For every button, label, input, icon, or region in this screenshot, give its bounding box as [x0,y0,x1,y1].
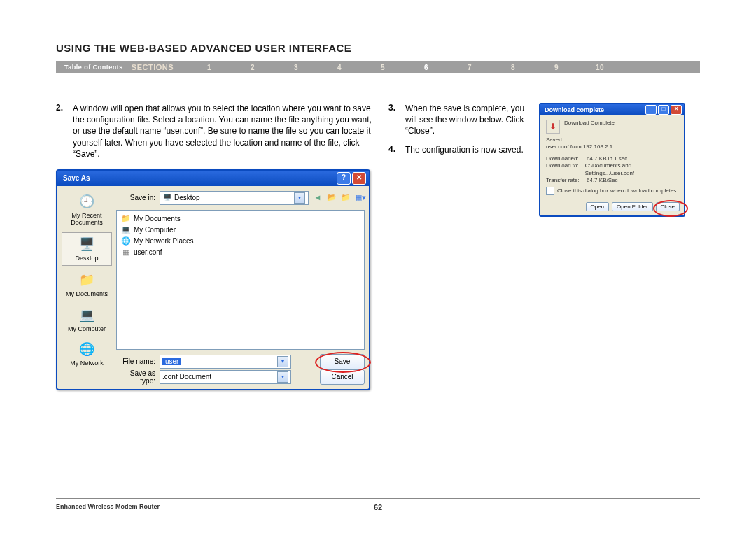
download-to-label: Download to: [546,162,582,177]
list-item[interactable]: 🌐My Network Places [121,236,360,247]
place-mycomputer[interactable]: 💻 My Computer [62,304,112,336]
nav-section-5[interactable]: 5 [361,64,405,71]
file-label: My Documents [134,215,181,222]
dialog-title: Save As [63,174,90,182]
file-label: My Network Places [134,237,194,245]
nav-section-7[interactable]: 7 [448,64,491,71]
nav-bar: Table of Contents SECTIONS 1 2 3 4 5 6 7… [56,61,700,73]
download-to-value: C:\Documents and Settings...\user.conf [585,162,678,177]
save-as-dialog: Save As ? ✕ 🕘 My Recent Documents 🖥️ [56,169,370,390]
chevron-down-icon: ▾ [277,371,288,383]
place-mydocs-label: My Documents [66,291,108,298]
file-label: user.conf [134,248,162,256]
page-heading: USING THE WEB-BASED ADVANCED USER INTERF… [56,42,700,58]
conf-file-icon: ▦ [121,248,131,257]
close-checkbox[interactable] [546,187,554,195]
close-button[interactable]: Close [656,202,680,211]
save-in-label: Save in: [116,194,155,201]
dialog-titlebar: Save As ? ✕ [57,171,369,186]
rate-value: 64.7 KB/Sec [587,177,617,184]
file-label: My Computer [134,226,176,234]
file-name-value: user [162,358,181,365]
open-button[interactable]: Open [586,202,610,211]
network-icon: 🌐 [77,341,97,359]
saved-value: user.conf from 192.168.2.1 [546,143,612,150]
back-icon[interactable]: ◄ [313,193,323,202]
step-3-number: 3. [388,103,405,137]
places-bar: 🕘 My Recent Documents 🖥️ Desktop 📁 My Do… [62,190,112,385]
page-number: 62 [56,503,700,511]
nav-section-10[interactable]: 10 [578,64,622,71]
close-window-button[interactable]: ✕ [671,105,682,115]
mydocs-icon: 📁 [77,271,97,290]
nav-toc[interactable]: Table of Contents [56,64,132,71]
save-button[interactable]: Save [320,354,365,369]
save-button-label: Save [335,358,351,365]
place-network-label: My Network [70,360,104,367]
save-in-value: Desktop [174,194,200,201]
download-icon: ⬇ [546,120,560,134]
cancel-button[interactable]: Cancel [320,369,365,385]
place-network[interactable]: 🌐 My Network [62,338,112,370]
place-mycomputer-label: My Computer [68,326,106,333]
mycomputer-icon: 💻 [77,306,97,325]
place-recent[interactable]: 🕘 My Recent Documents [62,190,112,229]
dl-titlebar: Download complete _ □ ✕ [540,104,684,115]
save-type-value: .conf Document [162,373,211,381]
list-item[interactable]: 💻My Computer [121,225,360,236]
save-in-dropdown[interactable]: 🖥️ Desktop ▾ [160,191,309,205]
nav-section-3[interactable]: 3 [274,64,318,71]
network-places-icon: 🌐 [121,236,131,246]
downloaded-label: Downloaded: [546,155,584,162]
step-3-text: When the save is complete, you will see … [405,103,525,137]
recent-icon: 🕘 [77,193,97,211]
rate-label: Transfer rate: [546,177,584,184]
dl-title: Download complete [545,106,604,113]
folder-icon: 📁 [121,214,131,223]
desktop-small-icon: 🖥️ [163,194,172,201]
step-2-number: 2. [56,103,73,160]
close-button-label: Close [661,204,675,210]
maximize-button[interactable]: □ [658,105,669,115]
toolbar-icons: ◄ 📂 📁 ▦▾ [313,193,365,202]
nav-section-4[interactable]: 4 [318,64,361,71]
page-footer: Enhanced Wireless Modem Router 62 [56,498,700,510]
step-4-text: The configuration is now saved. [405,144,524,155]
nav-section-2[interactable]: 2 [231,64,274,71]
chevron-down-icon: ▾ [294,192,305,204]
chevron-down-icon: ▾ [277,356,288,367]
nav-section-8[interactable]: 8 [491,64,535,71]
nav-section-6[interactable]: 6 [405,64,448,71]
list-item[interactable]: 📁My Documents [121,213,360,225]
download-complete-dialog: Download complete _ □ ✕ ⬇ Download Compl… [539,103,685,217]
step-2-text: A window will open that allows you to se… [73,103,374,160]
save-type-label: Save as type: [116,369,155,385]
file-list[interactable]: 📁My Documents 💻My Computer 🌐My Network P… [116,210,365,350]
view-menu-icon[interactable]: ▦▾ [355,193,365,202]
nav-sections-label: SECTIONS [132,63,188,71]
open-folder-button[interactable]: Open Folder [612,202,652,211]
close-checkbox-label: Close this dialog box when download comp… [557,187,676,194]
downloaded-value: 64.7 KB in 1 sec [587,155,627,162]
file-name-label: File name: [116,358,155,365]
computer-icon: 💻 [121,225,131,234]
list-item[interactable]: ▦user.conf [121,247,360,258]
file-name-input[interactable]: user ▾ [160,355,291,369]
save-type-dropdown[interactable]: .conf Document ▾ [160,370,291,384]
place-desktop-label: Desktop [75,255,98,262]
place-desktop[interactable]: 🖥️ Desktop [62,232,112,266]
nav-section-1[interactable]: 1 [188,64,231,71]
dl-header: Download Complete [564,120,615,127]
minimize-button[interactable]: _ [645,105,657,115]
close-window-button[interactable]: ✕ [352,172,366,185]
place-mydocs[interactable]: 📁 My Documents [62,269,112,301]
place-recent-label: My Recent Documents [62,213,112,227]
step-4-number: 4. [388,144,405,155]
desktop-icon: 🖥️ [77,236,97,254]
up-icon[interactable]: 📂 [327,193,337,202]
saved-label: Saved: [546,136,564,143]
help-button[interactable]: ? [337,172,351,185]
nav-section-9[interactable]: 9 [535,64,578,71]
new-folder-icon[interactable]: 📁 [341,193,351,202]
